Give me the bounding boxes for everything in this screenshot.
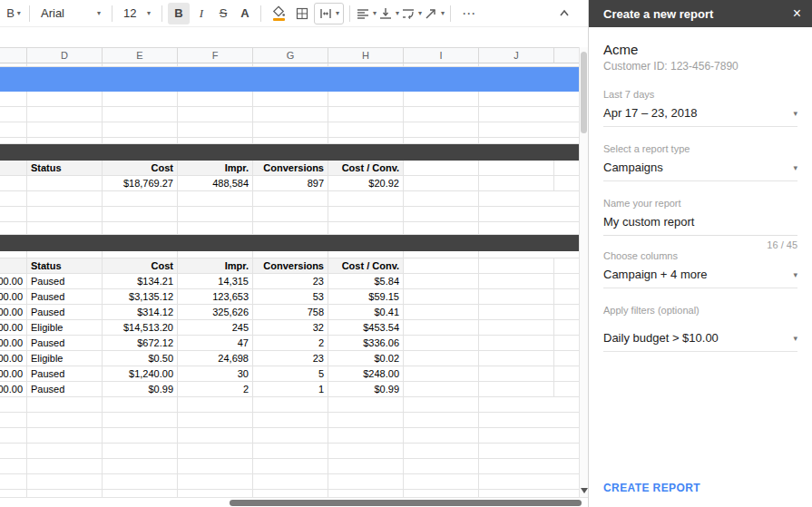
- cell[interactable]: [479, 161, 554, 176]
- table2-header-cost[interactable]: Cost: [103, 258, 178, 274]
- cell[interactable]: [554, 161, 579, 176]
- status-cell[interactable]: Eligible: [27, 320, 103, 336]
- cell[interactable]: [554, 258, 579, 274]
- column-header-H[interactable]: H: [328, 48, 404, 63]
- cost-per-conv-cell[interactable]: $336.06: [328, 336, 404, 351]
- status-cell[interactable]: Paused: [27, 366, 103, 382]
- empty-row[interactable]: [0, 444, 579, 459]
- impr-cell[interactable]: 325,626: [178, 305, 253, 320]
- cost-cell[interactable]: $672.12: [103, 336, 178, 351]
- cost-cell[interactable]: $1,240.00: [103, 366, 178, 382]
- empty-row[interactable]: [0, 397, 579, 413]
- italic-button[interactable]: I: [191, 3, 211, 24]
- impr-cell[interactable]: 14,315: [178, 274, 253, 289]
- status-cell[interactable]: Paused: [27, 289, 103, 305]
- vertical-scrollbar-thumb[interactable]: [581, 52, 587, 133]
- cell[interactable]: [554, 176, 579, 191]
- cost-cell[interactable]: $0.50: [103, 351, 178, 366]
- cost-per-conv-cell[interactable]: $0.41: [328, 305, 404, 320]
- cell[interactable]: [554, 305, 579, 320]
- conversions-cell[interactable]: 23: [253, 351, 328, 366]
- impr-cell[interactable]: 30: [178, 366, 253, 382]
- report-name-input[interactable]: [603, 209, 797, 236]
- cell[interactable]: [404, 382, 479, 397]
- cost-per-conv-cell[interactable]: $248.00: [328, 366, 404, 382]
- column-header-G[interactable]: G: [253, 48, 328, 63]
- cell[interactable]: [404, 176, 479, 191]
- horizontal-scrollbar[interactable]: [0, 497, 588, 507]
- table2-header-conversions[interactable]: Conversions: [253, 258, 328, 274]
- cell[interactable]: [479, 366, 554, 382]
- report-type-select[interactable]: Campaigns ▾: [603, 154, 797, 181]
- total-conversions-cell[interactable]: 897: [253, 176, 328, 191]
- table1-header-conversions[interactable]: Conversions: [253, 161, 328, 176]
- budget-partial-cell[interactable]: 00.00: [0, 351, 27, 366]
- filters-select[interactable]: Daily budget > $10.00 ▾: [603, 325, 797, 352]
- total-cost-per-conv-cell[interactable]: $20.92: [328, 176, 404, 191]
- borders-button[interactable]: [292, 3, 312, 24]
- total-impr-cell[interactable]: 488,584: [178, 176, 253, 191]
- cell[interactable]: [0, 176, 27, 191]
- empty-row[interactable]: [0, 191, 579, 207]
- cost-per-conv-cell[interactable]: $59.15: [328, 289, 404, 305]
- empty-row[interactable]: [0, 122, 579, 138]
- empty-row[interactable]: [0, 222, 579, 235]
- cell[interactable]: [554, 336, 579, 351]
- cell[interactable]: [479, 320, 554, 336]
- cell[interactable]: [554, 366, 579, 382]
- blue-title-row[interactable]: [0, 67, 579, 92]
- strikethrough-button[interactable]: S: [213, 3, 233, 24]
- cell[interactable]: [404, 161, 479, 176]
- date-range-select[interactable]: Apr 17 – 23, 2018 ▾: [603, 100, 797, 127]
- column-header-partial[interactable]: [554, 48, 579, 63]
- column-header-D[interactable]: D: [27, 48, 103, 63]
- conversions-cell[interactable]: 2: [253, 336, 328, 351]
- cell[interactable]: [479, 274, 554, 289]
- budget-partial-cell[interactable]: 00.00: [0, 274, 27, 289]
- choose-columns-select[interactable]: Campaign + 4 more ▾: [603, 261, 797, 288]
- cost-per-conv-cell[interactable]: $0.99: [328, 382, 404, 397]
- cell[interactable]: [27, 176, 103, 191]
- budget-partial-cell[interactable]: 00.00: [0, 305, 27, 320]
- cost-per-conv-cell[interactable]: $0.02: [328, 351, 404, 366]
- horizontal-scrollbar-thumb[interactable]: [230, 500, 582, 506]
- conversions-cell[interactable]: 1: [253, 382, 328, 397]
- collapse-toolbar-button[interactable]: [554, 3, 574, 24]
- text-rotation-button[interactable]: ▾: [424, 3, 445, 24]
- cell[interactable]: [479, 351, 554, 366]
- cell[interactable]: [404, 366, 479, 382]
- cell[interactable]: [554, 289, 579, 305]
- table1-header-impr[interactable]: Impr.: [178, 161, 253, 176]
- status-cell[interactable]: Paused: [27, 336, 103, 351]
- cost-cell[interactable]: $314.12: [103, 305, 178, 320]
- impr-cell[interactable]: 245: [178, 320, 253, 336]
- column-header-E[interactable]: E: [103, 48, 178, 63]
- cell[interactable]: [479, 336, 554, 351]
- empty-row[interactable]: [0, 107, 579, 122]
- vertical-align-button[interactable]: ▾: [378, 3, 399, 24]
- cell[interactable]: [479, 176, 554, 191]
- conversions-cell[interactable]: 5: [253, 366, 328, 382]
- horizontal-align-button[interactable]: ▾: [356, 3, 377, 24]
- cost-cell[interactable]: $3,135.12: [103, 289, 178, 305]
- table1-header-cost[interactable]: Cost: [103, 161, 178, 176]
- empty-row[interactable]: [0, 428, 579, 444]
- cell[interactable]: [554, 351, 579, 366]
- text-color-button[interactable]: A: [235, 3, 255, 24]
- font-size-select[interactable]: 12 ▾: [118, 3, 156, 24]
- fill-color-button[interactable]: [267, 3, 290, 24]
- cell[interactable]: [404, 258, 479, 274]
- cell[interactable]: [479, 289, 554, 305]
- bold-button[interactable]: B: [168, 3, 190, 24]
- status-cell[interactable]: Eligible: [27, 351, 103, 366]
- status-cell[interactable]: Paused: [27, 382, 103, 397]
- merge-cells-button[interactable]: ▾: [314, 3, 344, 24]
- budget-partial-cell[interactable]: 00.00: [0, 382, 27, 397]
- cost-per-conv-cell[interactable]: $5.84: [328, 274, 404, 289]
- text-wrap-button[interactable]: ▾: [401, 3, 422, 24]
- column-header-J[interactable]: J: [479, 48, 554, 63]
- partial-format-button[interactable]: B ▾: [4, 3, 24, 24]
- table2-header-status[interactable]: Status: [27, 258, 103, 274]
- cell[interactable]: [404, 274, 479, 289]
- cell[interactable]: [404, 289, 479, 305]
